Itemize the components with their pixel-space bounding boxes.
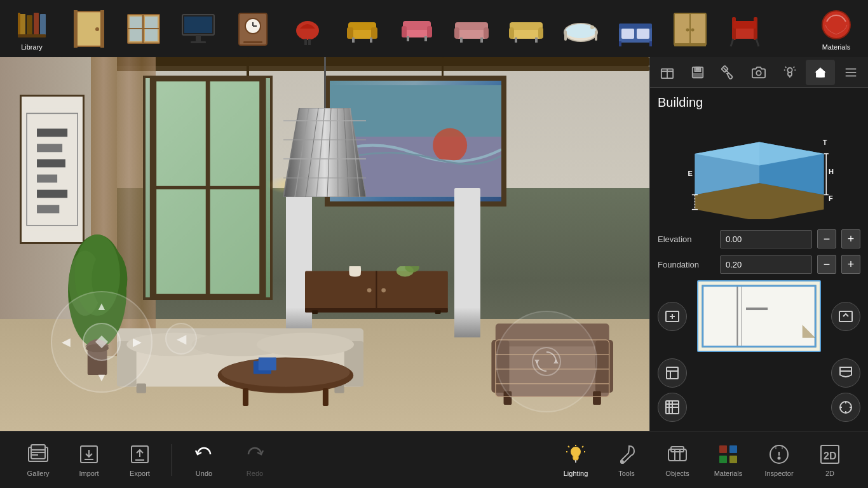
svg-rect-134 bbox=[593, 391, 601, 405]
svg-rect-25 bbox=[243, 41, 262, 43]
tab-rooms[interactable] bbox=[653, 60, 682, 85]
floor-lamp-right bbox=[454, 188, 480, 337]
elevation-label: Elevation bbox=[658, 234, 715, 244]
import-button[interactable]: Import bbox=[64, 435, 114, 485]
library-button[interactable]: Library bbox=[6, 3, 57, 54]
tool-btn-4[interactable] bbox=[831, 393, 860, 422]
2d-label: 2D bbox=[825, 470, 834, 477]
undo-button[interactable]: Undo bbox=[179, 435, 229, 485]
materials-button[interactable]: Materials bbox=[811, 3, 862, 54]
svg-rect-82 bbox=[37, 189, 67, 198]
svg-point-153 bbox=[757, 71, 761, 75]
window bbox=[143, 76, 273, 300]
materials-label: Materials bbox=[822, 43, 851, 51]
furniture-armchair-yellow[interactable] bbox=[337, 3, 388, 54]
tab-list[interactable] bbox=[836, 60, 865, 85]
gallery-button[interactable]: Gallery bbox=[13, 435, 64, 485]
furniture-clock[interactable] bbox=[227, 3, 278, 54]
panel-content: Building T H E F bbox=[650, 88, 868, 431]
svg-point-11 bbox=[95, 27, 99, 31]
elevation-decrease[interactable]: − bbox=[817, 229, 836, 248]
svg-rect-68 bbox=[674, 43, 706, 46]
nav-down[interactable]: ▼ bbox=[94, 370, 109, 385]
elevation-input[interactable] bbox=[720, 230, 812, 248]
tool-btn-2[interactable] bbox=[831, 358, 860, 388]
tools-label: Tools bbox=[618, 470, 635, 477]
tool-btn-3[interactable] bbox=[658, 393, 687, 422]
foundation-increase[interactable]: + bbox=[841, 255, 860, 274]
svg-rect-188 bbox=[839, 311, 852, 322]
furniture-wardrobe[interactable] bbox=[665, 3, 715, 54]
svg-marker-91 bbox=[283, 108, 366, 197]
svg-line-218 bbox=[568, 446, 569, 447]
furniture-chair-red2[interactable] bbox=[719, 3, 770, 54]
svg-line-158 bbox=[785, 66, 786, 67]
coffee-table bbox=[214, 349, 357, 416]
svg-rect-44 bbox=[484, 27, 489, 39]
svg-rect-125 bbox=[435, 311, 441, 315]
furniture-door[interactable] bbox=[64, 3, 114, 54]
svg-text:T: T bbox=[822, 139, 827, 146]
svg-rect-45 bbox=[460, 37, 463, 43]
svg-rect-34 bbox=[370, 37, 372, 43]
furniture-chair-red[interactable] bbox=[282, 3, 333, 54]
top-toolbar: Library bbox=[0, 0, 868, 57]
inspector-button[interactable]: Inspector bbox=[754, 435, 804, 485]
elevation-increase[interactable]: + bbox=[841, 229, 860, 248]
objects-button[interactable]: Objects bbox=[652, 435, 703, 485]
furniture-bed[interactable] bbox=[610, 3, 661, 54]
svg-rect-40 bbox=[424, 36, 427, 41]
foundation-input[interactable] bbox=[720, 255, 812, 274]
export-button[interactable]: Export bbox=[114, 435, 165, 485]
furniture-window[interactable] bbox=[118, 3, 169, 54]
svg-marker-147 bbox=[553, 360, 559, 363]
svg-rect-123 bbox=[305, 308, 448, 313]
svg-rect-116 bbox=[323, 388, 329, 406]
svg-point-90 bbox=[433, 128, 467, 163]
2d-button[interactable]: 2D 2D bbox=[804, 435, 855, 485]
svg-rect-115 bbox=[243, 388, 248, 406]
tool-btn-1[interactable] bbox=[658, 358, 687, 388]
svg-rect-46 bbox=[480, 37, 483, 43]
svg-rect-27 bbox=[304, 39, 307, 45]
foundation-decrease[interactable]: − bbox=[817, 255, 836, 274]
svg-point-66 bbox=[686, 28, 689, 31]
svg-rect-2 bbox=[18, 13, 20, 37]
room-scene: ▲ ▼ ◀ ▶ ◀ bbox=[0, 57, 649, 431]
nav-circle[interactable]: ▲ ▼ ◀ ▶ bbox=[51, 291, 153, 393]
furniture-bathtub[interactable] bbox=[555, 3, 606, 54]
tab-home[interactable] bbox=[806, 60, 835, 85]
furniture-chair-pink[interactable] bbox=[391, 3, 442, 54]
furniture-sofa-yellow[interactable] bbox=[501, 3, 552, 54]
tab-paint[interactable] bbox=[714, 60, 743, 85]
svg-rect-78 bbox=[37, 128, 67, 137]
tools-row-2 bbox=[658, 358, 860, 388]
tab-camera[interactable] bbox=[744, 60, 773, 85]
lighting-button[interactable]: Lighting bbox=[550, 435, 601, 485]
svg-rect-151 bbox=[696, 67, 700, 70]
tab-lighting[interactable] bbox=[775, 60, 804, 85]
objects-label: Objects bbox=[665, 470, 689, 477]
nav-rotate[interactable] bbox=[496, 311, 597, 412]
svg-rect-189 bbox=[667, 367, 678, 379]
materials-bottom-button[interactable]: Materials bbox=[703, 435, 754, 485]
nav-right[interactable]: ▶ bbox=[130, 334, 145, 349]
add-room-btn[interactable] bbox=[658, 302, 687, 331]
svg-rect-36 bbox=[403, 21, 431, 30]
svg-line-73 bbox=[731, 39, 733, 46]
svg-rect-28 bbox=[308, 39, 311, 45]
nav-up[interactable]: ▲ bbox=[94, 299, 109, 314]
furniture-sofa-pink[interactable] bbox=[446, 3, 497, 54]
tools-button[interactable]: Tools bbox=[601, 435, 652, 485]
room-settings-btn[interactable] bbox=[831, 302, 860, 331]
sideboard bbox=[305, 266, 448, 318]
nav-side-pan[interactable]: ◀ bbox=[165, 323, 197, 355]
export-label: Export bbox=[130, 470, 150, 477]
tab-save[interactable] bbox=[683, 60, 712, 85]
main-viewport[interactable]: ▲ ▼ ◀ ▶ ◀ bbox=[0, 57, 649, 431]
svg-text:E: E bbox=[688, 170, 692, 177]
furniture-tv[interactable] bbox=[173, 3, 224, 54]
nav-left[interactable]: ◀ bbox=[58, 334, 74, 349]
redo-button[interactable]: Redo bbox=[229, 435, 280, 485]
svg-point-121 bbox=[367, 288, 372, 293]
